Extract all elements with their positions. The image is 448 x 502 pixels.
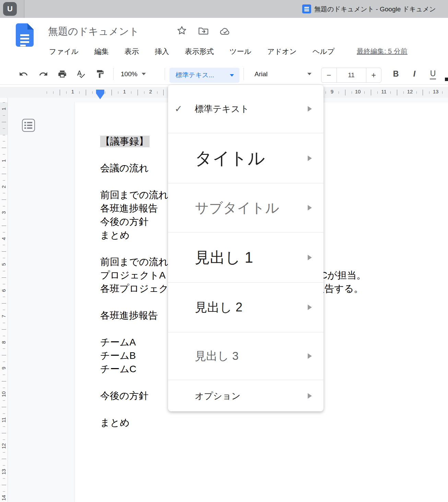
ruler-tick <box>352 91 352 94</box>
submenu-arrow-icon <box>308 353 312 359</box>
decrease-font-size-button[interactable]: − <box>321 68 337 82</box>
document-line: チームA <box>100 335 136 349</box>
ruler-tick <box>3 349 5 349</box>
styles-menu-item[interactable]: オプション <box>168 380 323 411</box>
chevron-down-icon <box>230 74 234 77</box>
spellcheck-icon[interactable] <box>76 69 85 79</box>
ruler-tick <box>3 413 5 414</box>
ruler-tick <box>2 277 6 278</box>
ruler-tick <box>3 426 5 427</box>
zoom-select[interactable]: 100% <box>121 64 146 84</box>
bold-button[interactable]: B <box>389 64 403 84</box>
menubar-item[interactable]: ヘルプ <box>313 47 334 56</box>
ruler-tick <box>442 91 443 94</box>
ruler-tick <box>2 226 6 226</box>
document-line: 各班進捗報告 <box>100 309 158 322</box>
menubar-item[interactable]: 表示形式 <box>185 47 214 56</box>
ruler-tick <box>53 91 54 94</box>
ruler-number: 9 <box>0 364 7 372</box>
ruler-tick <box>397 90 397 95</box>
star-icon[interactable] <box>177 25 187 36</box>
ruler-tick <box>118 91 118 94</box>
submenu-arrow-icon <box>308 305 312 310</box>
paragraph-styles-select[interactable]: 標準テキス... <box>169 68 239 83</box>
styles-menu-item[interactable]: 見出し 1 <box>168 232 323 282</box>
ruler-number: 12 <box>407 89 413 94</box>
ruler-tick <box>3 258 5 258</box>
cloud-saved-icon[interactable] <box>219 27 231 36</box>
browser-tab-title[interactable]: 無題のドキュメント - Google ドキュメン <box>314 5 436 14</box>
menubar-item[interactable]: ファイル <box>49 47 79 56</box>
ruler-tick <box>3 135 5 135</box>
ruler-tick <box>2 433 6 433</box>
styles-menu-item[interactable]: 見出し 3 <box>168 332 323 380</box>
ruler-tick <box>429 91 429 94</box>
ruler-number: 10 <box>355 89 361 94</box>
menubar-item[interactable]: 編集 <box>94 47 109 56</box>
ruler-tick <box>3 128 5 129</box>
font-family-select[interactable]: Arial <box>250 64 316 84</box>
indent-marker[interactable] <box>96 90 104 99</box>
ruler-number: 9 <box>331 89 333 94</box>
redo-icon[interactable] <box>39 69 48 79</box>
document-line: まとめ <box>100 416 130 429</box>
styles-menu-item[interactable]: 見出し 2 <box>168 282 323 332</box>
document-line: まとめ <box>100 228 130 242</box>
clipped-toolbar-icon <box>445 78 448 81</box>
ruler-tick <box>144 91 144 94</box>
styles-menu-item[interactable]: サブタイトル <box>168 183 323 232</box>
ruler-tick <box>131 91 131 94</box>
document-outline-icon[interactable] <box>22 119 35 132</box>
ruler-tick <box>403 91 404 94</box>
browser-app-button[interactable]: U <box>3 2 17 16</box>
menubar-item[interactable]: アドオン <box>267 47 297 56</box>
ruler-tick <box>377 91 378 94</box>
ruler-tick <box>2 355 6 355</box>
toolbar: 100% 標準テキス... Arial − 11 + B I U <box>0 64 448 85</box>
ruler-tick <box>3 440 5 440</box>
ruler-tick <box>138 90 138 95</box>
ruler-tick <box>3 310 5 310</box>
ruler-tick <box>2 485 6 485</box>
ruler-number: 14 <box>0 494 7 502</box>
menubar-item[interactable]: ツール <box>229 47 251 56</box>
checkmark-icon: ✓ <box>175 103 182 114</box>
undo-icon[interactable] <box>19 69 28 79</box>
document-title[interactable]: 無題のドキュメント <box>48 25 139 38</box>
document-fragment: Cが担当。 <box>320 269 366 282</box>
ruler-tick <box>3 219 5 219</box>
menubar-item[interactable]: 表示 <box>125 47 139 56</box>
move-folder-icon[interactable] <box>198 26 209 35</box>
ruler-tick <box>3 167 5 168</box>
menubar-item[interactable]: 挿入 <box>155 47 169 56</box>
ruler-tick <box>3 375 5 375</box>
paint-format-icon[interactable] <box>95 69 105 79</box>
ruler-number: 2 <box>149 89 152 94</box>
underline-button[interactable]: U <box>426 64 440 84</box>
increase-font-size-button[interactable]: + <box>366 68 381 82</box>
ruler-tick <box>364 91 365 94</box>
ruler-number: 1 <box>71 89 74 94</box>
ruler-tick <box>3 452 5 453</box>
document-line: 【議事録】 <box>100 135 150 148</box>
ruler-tick <box>157 91 157 94</box>
ruler-number: 8 <box>0 339 7 346</box>
ruler-tick <box>92 91 93 94</box>
ruler-tick <box>423 90 423 95</box>
print-icon[interactable] <box>58 69 67 79</box>
ruler-tick <box>3 154 5 155</box>
font-family-value: Arial <box>255 70 268 78</box>
ruler-tick <box>2 251 6 252</box>
ruler-tick <box>326 91 326 94</box>
ruler-tick <box>3 271 5 271</box>
google-docs-logo-icon[interactable] <box>16 23 34 47</box>
styles-menu-item[interactable]: ✓標準テキスト <box>168 85 323 133</box>
paragraph-styles-value: 標準テキス... <box>176 71 214 80</box>
document-line: 前回までの流れ <box>100 255 168 269</box>
italic-button[interactable]: I <box>408 64 421 84</box>
styles-menu-item[interactable]: タイトル <box>168 133 323 183</box>
ruler-tick <box>3 362 5 362</box>
font-size-value[interactable]: 11 <box>337 68 366 82</box>
ruler-number: 4 <box>0 235 7 242</box>
last-edit-link[interactable]: 最終編集: 5 分前 <box>357 47 408 56</box>
